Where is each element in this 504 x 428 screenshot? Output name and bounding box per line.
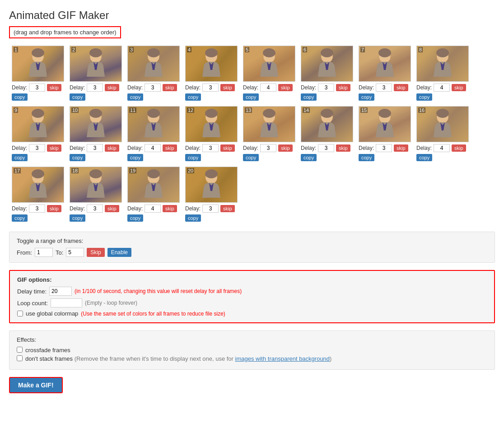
skip-button[interactable]: skip <box>220 205 235 212</box>
svg-point-11 <box>321 48 333 57</box>
delay-label: Delay: <box>12 205 27 212</box>
copy-button[interactable]: copy <box>127 93 143 101</box>
delay-input[interactable] <box>145 84 161 92</box>
delay-input[interactable] <box>87 205 103 213</box>
frame-thumbnail: 16 <box>416 106 469 142</box>
copy-button[interactable]: copy <box>301 93 317 101</box>
skip-button[interactable]: skip <box>105 144 119 152</box>
delay-label: Delay: <box>127 205 143 212</box>
delay-input[interactable] <box>29 84 45 92</box>
skip-button[interactable]: skip <box>220 144 235 152</box>
copy-button[interactable]: copy <box>359 93 374 101</box>
frame-thumbnail: 5 <box>243 46 295 82</box>
copy-button[interactable]: copy <box>243 93 259 101</box>
copy-button[interactable]: copy <box>70 154 85 161</box>
delay-input[interactable] <box>49 287 72 296</box>
copy-button[interactable]: copy <box>301 154 317 161</box>
copy-button[interactable]: copy <box>185 154 201 161</box>
frame-number: 5 <box>245 47 249 52</box>
copy-button[interactable]: copy <box>70 214 85 222</box>
skip-button[interactable]: skip <box>47 205 61 212</box>
copy-button[interactable]: copy <box>416 154 432 161</box>
copy-button[interactable]: copy <box>185 93 201 101</box>
delay-hint: (in 1/100 of second, changing this value… <box>75 288 242 294</box>
copy-button[interactable]: copy <box>70 93 85 101</box>
skip-button[interactable]: skip <box>163 205 177 212</box>
to-input[interactable] <box>66 248 84 257</box>
frame-thumbnail: 12 <box>185 106 238 142</box>
dont-stack-checkbox[interactable] <box>17 355 23 361</box>
colormap-hint: (Use the same set of colors for all fram… <box>81 311 225 317</box>
copy-button[interactable]: copy <box>127 214 143 222</box>
frame-cell: 12 Delay: skip <box>183 104 239 163</box>
skip-button[interactable]: skip <box>105 84 119 91</box>
delay-input[interactable] <box>202 144 219 152</box>
skip-button[interactable]: skip <box>336 144 350 152</box>
delay-input[interactable] <box>376 144 392 152</box>
gif-options-title: GIF options: <box>17 276 487 283</box>
delay-input[interactable] <box>87 144 103 152</box>
frame-number: 20 <box>187 168 194 173</box>
page-title: Animated GIF Maker <box>9 9 495 22</box>
skip-button[interactable]: skip <box>394 144 408 152</box>
frame-thumbnail: 15 <box>359 106 411 142</box>
skip-button[interactable]: skip <box>105 205 119 212</box>
toggle-range-title: Toggle a range of frames: <box>17 237 487 244</box>
frame-number: 2 <box>71 47 76 52</box>
delay-input[interactable] <box>87 84 103 92</box>
delay-input[interactable] <box>434 144 450 152</box>
copy-button[interactable]: copy <box>359 154 374 161</box>
skip-button[interactable]: skip <box>47 144 61 152</box>
delay-input[interactable] <box>318 84 334 92</box>
make-gif-button[interactable]: Make a GIF! <box>9 377 63 393</box>
copy-button[interactable]: copy <box>127 154 143 161</box>
skip-button[interactable]: skip <box>336 84 350 91</box>
delay-input[interactable] <box>202 84 219 92</box>
copy-button[interactable]: copy <box>12 93 28 101</box>
skip-button[interactable]: skip <box>163 144 177 152</box>
frame-cell: 18 Delay: skip <box>68 165 124 223</box>
skip-button[interactable]: skip <box>220 84 235 91</box>
skip-button[interactable]: skip <box>452 144 466 152</box>
skip-button[interactable]: skip <box>163 84 177 91</box>
frame-number: 4 <box>187 47 191 52</box>
frame-thumbnail: 11 <box>127 106 180 142</box>
colormap-checkbox[interactable] <box>17 311 23 316</box>
delay-input[interactable] <box>145 144 161 152</box>
delay-input[interactable] <box>29 144 45 152</box>
frame-thumbnail: 20 <box>185 167 238 203</box>
copy-button[interactable]: copy <box>12 154 28 161</box>
copy-button[interactable]: copy <box>243 154 259 161</box>
skip-range-button[interactable]: Skip <box>87 248 104 257</box>
skip-button[interactable]: skip <box>452 84 466 91</box>
delay-input[interactable] <box>434 84 450 92</box>
delay-input[interactable] <box>145 205 161 213</box>
delay-input[interactable] <box>318 144 334 152</box>
skip-button[interactable]: skip <box>278 144 293 152</box>
frame-cell: 11 Delay: skip <box>126 104 182 163</box>
svg-point-9 <box>263 48 275 57</box>
delay-input[interactable] <box>376 84 392 92</box>
crossfade-checkbox[interactable] <box>17 347 23 353</box>
frame-thumbnail: 9 <box>12 106 64 142</box>
loop-input[interactable] <box>51 298 82 307</box>
effects-section: Effects: crossfade frames don't stack fr… <box>9 330 495 370</box>
svg-point-17 <box>32 109 44 118</box>
from-input[interactable] <box>35 248 53 257</box>
svg-point-39 <box>205 169 218 178</box>
skip-button[interactable]: skip <box>278 84 293 91</box>
copy-button[interactable]: copy <box>416 93 432 101</box>
svg-point-1 <box>32 48 44 57</box>
frame-cell: 10 Delay: skip <box>68 104 124 163</box>
delay-input[interactable] <box>260 144 276 152</box>
delay-input[interactable] <box>29 205 45 213</box>
skip-button[interactable]: skip <box>47 84 61 91</box>
copy-button[interactable]: copy <box>185 214 201 222</box>
frame-cell: 19 Delay: skip <box>126 165 182 223</box>
copy-button[interactable]: copy <box>12 214 28 222</box>
enable-range-button[interactable]: Enable <box>107 248 131 257</box>
delay-input[interactable] <box>202 205 219 213</box>
delay-input[interactable] <box>260 84 276 92</box>
delay-label: Delay: <box>12 145 27 151</box>
skip-button[interactable]: skip <box>394 84 408 91</box>
